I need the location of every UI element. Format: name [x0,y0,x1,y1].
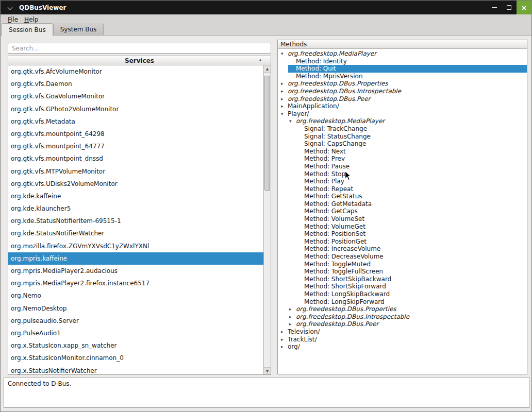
tree-item[interactable]: Method: VolumeGet [278,223,527,231]
tree-indent [278,133,296,141]
tree-item[interactable]: ▾org.freedesktop.MediaPlayer [278,50,527,58]
expanded-icon[interactable]: ▾ [288,117,296,125]
tree-item[interactable]: Method: MprisVersion [278,73,527,80]
service-item[interactable]: org.gtk.vfs.GPhoto2VolumeMonitor [8,103,263,115]
service-item[interactable]: org.Nemo [8,289,263,302]
tree-item[interactable]: ▸MainApplication/ [278,102,527,110]
tree-item[interactable]: Method: Quit [278,65,527,73]
tree-item[interactable]: Method: VolumeSet [278,215,527,223]
tab-session-bus[interactable]: Session Bus [2,23,53,36]
tree-item[interactable]: Method: IncreaseVolume [278,245,527,253]
scrollbar-thumb[interactable] [264,76,270,191]
tree-item[interactable]: Method: ShortSkipBackward [278,276,527,283]
collapsed-icon[interactable]: ▸ [288,305,296,313]
collapsed-icon[interactable]: ▸ [280,88,288,95]
tree-item[interactable]: Method: Identity [278,58,527,65]
collapsed-icon[interactable]: ▸ [280,80,288,88]
service-item[interactable]: org.kde.StatusNotifierWatcher [8,227,263,239]
tree-item[interactable]: ▸org.freedesktop.DBus.Properties [278,305,527,313]
tree-item[interactable]: Method: LongSkipBackward [278,290,527,298]
service-item[interactable]: org.mpris.kaffeine [8,252,263,265]
service-item[interactable]: org.x.StatusIcon.xapp_sn_watcher [8,339,263,352]
tree-item[interactable]: ▾Player/ [278,110,527,118]
tree-item-label: Method: ToggleFullScreen [304,268,383,276]
collapsed-icon[interactable]: ▸ [280,328,288,336]
service-item[interactable]: org.PulseAudio1 [8,327,263,339]
scroll-down-button[interactable]: ▼ [264,367,271,374]
tree-item[interactable]: ▸TrackList/ [278,336,527,344]
tree-indent [278,223,296,231]
service-item[interactable]: org.mpris.MediaPlayer2.firefox.instance6… [8,277,263,289]
tree-item[interactable]: ▾org.freedesktop.MediaPlayer [278,117,527,125]
scroll-up-button[interactable]: ▲ [264,65,271,73]
tree-item[interactable]: ▸org.freedesktop.DBus.Introspectable [278,88,527,95]
tree-item[interactable]: Method: GetCaps [278,208,527,215]
tree-item[interactable]: Signal: StatusChange [278,133,527,141]
collapsed-icon[interactable]: ▸ [288,313,296,321]
tree-item-content: Method: IncreaseVolume [296,245,527,253]
tree-item[interactable]: Method: GetMetadata [278,200,527,208]
service-item[interactable]: org.gtk.vfs.AfcVolumeMonitor [8,65,263,78]
tree-item[interactable]: Method: Stop [278,170,527,178]
tree-item[interactable]: Method: Prev [278,155,527,163]
expanded-icon[interactable]: ▾ [280,110,288,118]
tree-item[interactable]: Method: ToggleFullScreen [278,268,527,276]
service-item[interactable]: org.gtk.vfs.mountpoint_dnssd [8,152,263,165]
search-input[interactable] [8,43,271,54]
tree-item[interactable]: Method: GetStatus [278,193,527,200]
expanded-icon[interactable]: ▾ [280,50,288,58]
tree-item[interactable]: ▸org.freedesktop.DBus.Peer [278,320,527,328]
tree-item[interactable]: Method: ShortSkipForward [278,283,527,290]
tree-item[interactable]: Method: DecreaseVolume [278,253,527,261]
maximize-button[interactable] [502,1,517,14]
tree-item[interactable]: ▸Television/ [278,328,527,336]
service-item[interactable]: org.gtk.vfs.MTPVolumeMonitor [8,165,263,178]
tree-item[interactable]: Signal: CapsChange [278,140,527,148]
services-scrollbar[interactable]: ▲ ▼ [263,65,271,374]
service-item[interactable]: org.gtk.vfs.UDisks2VolumeMonitor [8,178,263,190]
tree-item[interactable]: Method: PositionGet [278,238,527,246]
tree-item[interactable]: Method: ToggleMuted [278,261,527,268]
collapsed-icon[interactable]: ▸ [280,336,288,344]
service-item[interactable]: org.gtk.vfs.GoaVolumeMonitor [8,90,263,102]
service-item[interactable]: org.kde.StatusNotifierItem-69515-1 [8,215,263,227]
close-button[interactable]: × [517,1,531,14]
window-menu-icon[interactable] [8,6,12,10]
collapsed-icon[interactable]: ▸ [280,102,288,110]
collapsed-icon[interactable]: ▸ [280,343,288,351]
tree-item[interactable]: Method: PositionSet [278,230,527,238]
collapsed-icon[interactable]: ▸ [280,95,288,103]
services-column-header[interactable]: Services ▴ [8,56,271,65]
service-item[interactable]: org.pulseaudio.Server [8,315,263,327]
service-item[interactable]: org.gtk.vfs.mountpoint_64777 [8,140,263,152]
service-item[interactable]: org.x.StatusNotifierWatcher [8,365,263,375]
menu-file[interactable]: File [5,15,21,24]
tree-item[interactable]: Method: Repeat [278,185,527,193]
service-item[interactable]: org.kde.klauncher5 [8,202,263,215]
tree-item-label: TrackList/ [288,336,317,344]
menu-help[interactable]: Help [21,15,41,24]
tab-system-bus[interactable]: System Bus [53,24,104,35]
service-item[interactable]: org.NemoDesktop [8,302,263,315]
scrollbar-track[interactable] [264,73,271,367]
service-item[interactable]: org.gtk.vfs.Metadata [8,115,263,128]
service-item[interactable]: org.gtk.vfs.Daemon [8,78,263,90]
service-item[interactable]: org.kde.kaffeine [8,190,263,202]
methods-column-header[interactable]: Methods [278,40,527,49]
service-item[interactable]: org.mozilla.firefox.ZGVmYXVsdC1yZWxlYXNl [8,240,263,252]
tree-item[interactable]: Method: Play [278,178,527,185]
tree-item[interactable]: Method: Next [278,148,527,156]
tree-item[interactable]: ▸org/ [278,343,527,351]
tree-item[interactable]: ▸org.freedesktop.DBus.Introspectable [278,313,527,321]
service-item[interactable]: org.x.StatusIconMonitor.cinnamon_0 [8,352,263,364]
status-output[interactable]: Connected to D-Bus. [4,377,529,408]
tree-item[interactable]: ▸org.freedesktop.DBus.Properties [278,80,527,88]
tree-item[interactable]: Method: Pause [278,163,527,170]
tree-item[interactable]: ▸org.freedesktop.DBus.Peer [278,95,527,103]
service-item[interactable]: org.gtk.vfs.mountpoint_64298 [8,128,263,140]
tree-item[interactable]: Method: LongSkipForward [278,298,527,306]
collapsed-icon[interactable]: ▸ [288,320,296,328]
minimize-button[interactable] [487,1,502,14]
service-item[interactable]: org.mpris.MediaPlayer2.audacious [8,265,263,277]
tree-item[interactable]: Signal: TrackChange [278,125,527,133]
